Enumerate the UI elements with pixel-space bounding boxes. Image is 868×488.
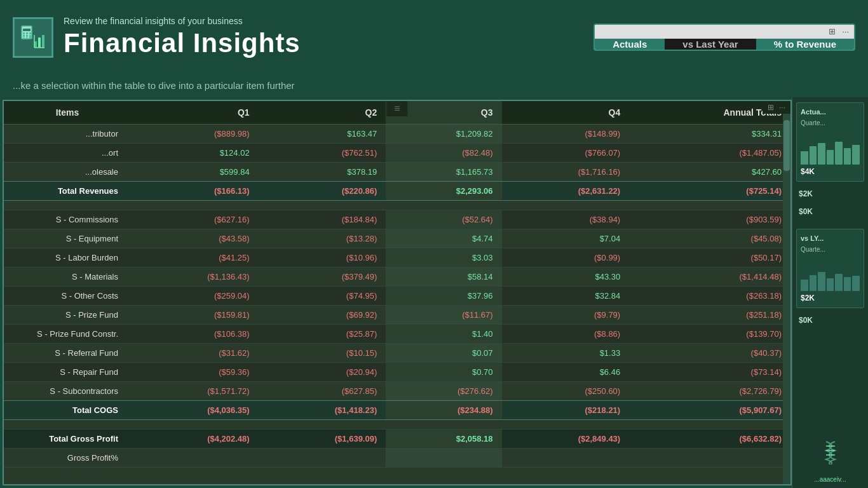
cell-value: $0.07 xyxy=(386,344,501,363)
toggle-window: ⊞ ··· Actuals vs Last Year % to Revenue xyxy=(593,24,855,51)
sidebar-0k-label: $0K xyxy=(796,206,864,217)
table-scroll[interactable]: Items Q1 Q2 Q3 Q4 Annual Totals ...tribu… xyxy=(4,101,790,484)
table-row[interactable]: Total COGS($4,036.35)($1,418.23)($234.88… xyxy=(4,401,790,420)
sidebar-vsly-2k: $2K xyxy=(801,294,860,302)
sidebar-2k-label: $2K xyxy=(796,188,864,200)
cell-value: ($50.17) xyxy=(629,248,790,268)
table-row[interactable]: Total Revenues($166.13)($220.86)$2,293.0… xyxy=(4,182,790,201)
sidebar-actuals-section: Actua... Quarte... $4K xyxy=(796,102,864,182)
table-row[interactable]: S - Repair Fund($59.36)($20.94)$0.70$6.4… xyxy=(4,363,790,382)
table-row[interactable]: S - Materials($1,136.43)($379.49)$58.14$… xyxy=(4,268,790,287)
col-header-items: Items xyxy=(4,101,131,125)
table-row[interactable]: S - Prize Fund Constr.($106.38)($25.87)$… xyxy=(4,325,790,344)
table-more-icon[interactable]: ··· xyxy=(779,103,785,112)
cell-value: ($263.18) xyxy=(629,287,790,306)
cell-value: ($38.94) xyxy=(502,210,630,229)
cell-value: ($8.86) xyxy=(502,325,630,344)
cell-value: ($379.49) xyxy=(259,268,386,287)
cell-value: ($2,631.22) xyxy=(502,182,630,201)
cell-value: ($139.70) xyxy=(629,325,790,344)
financial-table: Items Q1 Q2 Q3 Q4 Annual Totals ...tribu… xyxy=(4,101,790,468)
table-row[interactable]: ...ort$124.02($762.51)($82.48)($766.07)(… xyxy=(4,144,790,163)
cell-value: $599.84 xyxy=(131,163,259,182)
cell-value: ($627.85) xyxy=(259,382,386,401)
cell-value: ($6,632.82) xyxy=(629,430,790,449)
cell-value: ($1,418.23) xyxy=(259,401,386,420)
svg-rect-7 xyxy=(29,35,31,39)
table-row[interactable] xyxy=(4,420,790,430)
cell-value: $0.70 xyxy=(386,363,501,382)
cell-value xyxy=(629,449,790,468)
cell-value: $124.02 xyxy=(131,144,259,163)
cell-value: ($2,726.79) xyxy=(629,382,790,401)
chart-bar xyxy=(818,143,825,165)
cell-value: ($1,136.43) xyxy=(131,268,259,287)
header-subtitle: Review the financial insights of your bu… xyxy=(64,16,301,26)
cell-value: ($725.14) xyxy=(629,182,790,201)
sidebar-dna-label: ...aaaceiv... xyxy=(796,476,864,483)
window-expand-icon[interactable]: ⊞ xyxy=(829,27,836,36)
financial-table-container: ⊞ ··· ≡ Items Q1 Q2 Q3 Q4 Annual Totals xyxy=(3,100,792,485)
cell-value: ($11.67) xyxy=(386,306,501,325)
app-icon xyxy=(13,17,53,58)
cell-value: $2,058.18 xyxy=(386,430,501,449)
cell-value: ($10.15) xyxy=(259,344,386,363)
cell-label: S - Prize Fund xyxy=(4,306,131,325)
cell-label: Gross Profit% xyxy=(4,449,131,468)
cell-label: S - Materials xyxy=(4,268,131,287)
cell-value: ($74.95) xyxy=(259,287,386,306)
cell-value: $2,293.06 xyxy=(386,182,501,201)
cell-value: ($159.81) xyxy=(131,306,259,325)
main-area: ⊞ ··· ≡ Items Q1 Q2 Q3 Q4 Annual Totals xyxy=(0,97,868,488)
cell-value: ($43.58) xyxy=(131,229,259,248)
cell-value: ($184.84) xyxy=(259,210,386,229)
vs-last-year-button[interactable]: vs Last Year xyxy=(665,39,756,50)
vsly-mini-chart xyxy=(801,255,860,294)
actuals-mini-chart xyxy=(801,129,860,167)
cell-value xyxy=(259,449,386,468)
sidebar-decoration xyxy=(796,434,864,470)
table-row[interactable] xyxy=(4,201,790,210)
table-row[interactable]: S - Referral Fund($31.62)($10.15)$0.07$1… xyxy=(4,344,790,363)
cell-value: ($766.07) xyxy=(502,144,630,163)
table-row[interactable]: ...olesale$599.84$378.19$1,165.73($1,716… xyxy=(4,163,790,182)
cell-value: ($1,571.72) xyxy=(131,382,259,401)
table-row[interactable]: S - Equipment($43.58)($13.28)$4.74$7.04(… xyxy=(4,229,790,248)
sidebar-vsly-0k: $0K xyxy=(796,315,864,326)
table-row[interactable]: S - Subcontractors($1,571.72)($627.85)($… xyxy=(4,382,790,401)
cell-value: ($31.62) xyxy=(131,344,259,363)
cell-value: $58.14 xyxy=(386,268,501,287)
cell-value: ($250.60) xyxy=(502,382,630,401)
chart-bar xyxy=(844,277,851,291)
window-more-icon[interactable]: ··· xyxy=(842,27,849,36)
actuals-button[interactable]: Actuals xyxy=(595,39,665,50)
cell-label: S - Equipment xyxy=(4,229,131,248)
table-expand-icon[interactable]: ⊞ xyxy=(768,103,774,112)
table-row[interactable]: Gross Profit% xyxy=(4,449,790,468)
chart-bar xyxy=(835,142,843,165)
table-row[interactable]: Total Gross Profit($4,202.48)($1,639.09)… xyxy=(4,430,790,449)
cell-value: ($889.98) xyxy=(131,125,259,144)
pct-to-revenue-button[interactable]: % to Revenue xyxy=(756,39,854,50)
chart-bar xyxy=(835,274,843,291)
table-row[interactable]: S - Labor Burden($41.25)($10.96)$3.03($0… xyxy=(4,248,790,268)
table-row[interactable]: S - Prize Fund($159.81)($69.92)($11.67)(… xyxy=(4,306,790,325)
cell-value: ($9.79) xyxy=(502,306,630,325)
cell-value: ($276.62) xyxy=(386,382,501,401)
table-row[interactable]: S - Other Costs($259.04)($74.95)$37.96$3… xyxy=(4,287,790,306)
table-row[interactable]: S - Commissions($627.16)($184.84)($52.64… xyxy=(4,210,790,229)
cell-value: $334.31 xyxy=(629,125,790,144)
table-scrollbar[interactable] xyxy=(783,101,790,484)
cell-label: Total Revenues xyxy=(4,182,131,201)
cell-value: ($1,414.48) xyxy=(629,268,790,287)
cell-value: $1,209.82 xyxy=(386,125,501,144)
cell-value: ($903.59) xyxy=(629,210,790,229)
scrollbar-thumb[interactable] xyxy=(783,120,790,171)
header-title: Financial Insights xyxy=(64,29,301,58)
cell-value: ($762.51) xyxy=(259,144,386,163)
cell-value: $427.60 xyxy=(629,163,790,182)
svg-rect-2 xyxy=(23,32,25,34)
cell-value: ($106.38) xyxy=(131,325,259,344)
chart-bar xyxy=(827,150,834,165)
table-row[interactable]: ...tributor($889.98)$163.47$1,209.82($14… xyxy=(4,125,790,144)
